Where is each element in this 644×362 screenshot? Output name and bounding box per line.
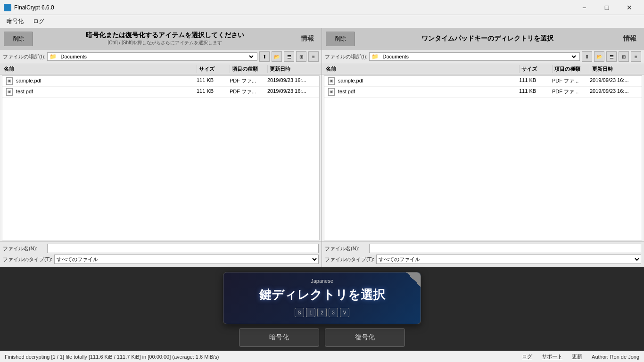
left-file-name-1: ▣ test.pdf xyxy=(4,88,195,96)
right-nav-up-btn[interactable]: ⬆ xyxy=(582,51,592,62)
left-nav-up-btn[interactable]: ⬆ xyxy=(259,51,270,62)
encrypt-button[interactable]: 暗号化 xyxy=(239,328,319,347)
left-toolbar-subtitle: [Ctrl] / [Shft]を押しながらさらにアイテムを選択します xyxy=(37,40,293,46)
table-row[interactable]: ▣ test.pdf 111 KB PDF ファ... 2019/09/23 1… xyxy=(2,87,319,98)
step-1: 1 xyxy=(306,308,315,317)
right-filename-input[interactable] xyxy=(369,244,641,253)
right-file-date-0: 2019/09/23 16:... xyxy=(588,77,640,85)
update-link[interactable]: 更新 xyxy=(572,353,582,360)
left-file-type-0: PDF ファ... xyxy=(228,77,265,85)
right-filetype-select[interactable]: すべてのファイル xyxy=(376,255,641,264)
right-nav-details-btn[interactable]: ≡ xyxy=(631,51,641,62)
left-col-date[interactable]: 更新日時 xyxy=(268,65,320,73)
title-bar: FinalCrypt 6.6.0 − □ ✕ xyxy=(0,0,644,15)
table-row[interactable]: ▣ sample.pdf 111 KB PDF ファ... 2019/09/23… xyxy=(324,76,642,87)
author-text: Author: Ron de Jong xyxy=(592,354,639,360)
right-location-bar: ファイルの場所(I): 📁 Documents ⬆ 📂 ☰ ⊞ ≡ xyxy=(322,49,644,64)
left-filename-label: ファイル名(N): xyxy=(3,245,45,252)
left-file-date-1: 2019/09/23 16:... xyxy=(265,88,317,96)
menu-bar: 暗号化 ログ xyxy=(0,15,644,28)
window-controls: − □ ✕ xyxy=(573,0,640,15)
left-toolbar-title: 暗号化または復号化するアイテムを選択してください xyxy=(37,31,293,40)
left-nav-icons-btn[interactable]: ⊞ xyxy=(296,51,306,62)
left-col-name[interactable]: 名前 xyxy=(2,65,197,73)
left-delete-button[interactable]: 削除 xyxy=(4,32,33,46)
left-nav-details-btn[interactable]: ≡ xyxy=(308,51,319,62)
left-file-size-1: 111 KB xyxy=(195,88,228,96)
right-nav-icons-btn[interactable]: ⊞ xyxy=(619,51,629,62)
right-toolbar-panel: 削除 ワンタイムパッドキーのディレクトリを選択 情報 xyxy=(322,28,644,49)
key-card-title: 鍵ディレクトリを選択 xyxy=(233,287,411,303)
action-buttons: 暗号化 復号化 xyxy=(239,328,405,347)
right-col-size[interactable]: サイズ xyxy=(520,65,553,73)
left-file-date-0: 2019/09/23 16:... xyxy=(265,77,317,85)
right-filetype-label: ファイルのタイプ(T): xyxy=(325,256,374,263)
left-location-combo[interactable]: 📁 Documents xyxy=(47,52,257,61)
table-row[interactable]: ▣ sample.pdf 111 KB PDF ファ... 2019/09/23… xyxy=(2,76,319,87)
right-col-date[interactable]: 更新日時 xyxy=(590,65,642,73)
corner-fold xyxy=(406,272,421,287)
file-icon-0: ▣ xyxy=(6,77,13,85)
step-3: 3 xyxy=(329,308,338,317)
right-file-panel: ファイルの場所(I): 📁 Documents ⬆ 📂 ☰ ⊞ ≡ 名前 サイズ… xyxy=(322,49,644,267)
minimize-button[interactable]: − xyxy=(573,0,595,15)
left-nav-new-btn[interactable]: 📂 xyxy=(272,51,282,62)
right-col-type[interactable]: 項目の種類 xyxy=(553,65,590,73)
right-location-label: ファイルの場所(I): xyxy=(325,53,367,60)
right-delete-button[interactable]: 削除 xyxy=(326,32,355,46)
status-bar: Finished decrypting [1 / 1] file totally… xyxy=(0,351,644,362)
title-text: FinalCrypt 6.6.0 xyxy=(14,4,573,11)
right-file-size-1: 111 KB xyxy=(517,88,550,96)
left-filetype-row: ファイルのタイプ(T): すべてのファイル xyxy=(3,255,319,264)
decrypt-button[interactable]: 復号化 xyxy=(325,328,405,347)
left-file-size-0: 111 KB xyxy=(195,77,228,85)
right-filename-row: ファイル名(N): xyxy=(325,244,641,253)
right-column-headers: 名前 サイズ 項目の種類 更新日時 xyxy=(322,64,644,74)
right-file-icon-0: ▣ xyxy=(328,77,335,85)
right-folder-icon: 📁 xyxy=(372,53,379,60)
right-nav-list-btn[interactable]: ☰ xyxy=(606,51,617,62)
key-card-language: Japanese xyxy=(233,278,411,284)
main-window: 削除 暗号化または復号化するアイテムを選択してください [Ctrl] / [Sh… xyxy=(0,28,644,362)
menu-encrypt[interactable]: 暗号化 xyxy=(2,16,28,27)
right-file-type-0: PDF ファ... xyxy=(550,77,588,85)
left-info-button[interactable]: 情報 xyxy=(297,33,318,45)
left-location-select[interactable]: Documents xyxy=(58,53,255,60)
file-area: ファイルの場所(I): 📁 Documents ⬆ 📂 ☰ ⊞ ≡ 名前 サイズ… xyxy=(0,49,644,267)
left-file-name-0: ▣ sample.pdf xyxy=(4,77,195,85)
right-location-combo[interactable]: 📁 Documents xyxy=(369,52,580,61)
right-file-date-1: 2019/09/23 16:... xyxy=(588,88,640,96)
right-file-name-0: ▣ sample.pdf xyxy=(326,77,517,85)
menu-log[interactable]: ログ xyxy=(28,16,49,27)
right-file-list[interactable]: ▣ sample.pdf 111 KB PDF ファ... 2019/09/23… xyxy=(324,75,642,240)
left-location-label: ファイルの場所(I): xyxy=(3,53,45,60)
left-filetype-select[interactable]: すべてのファイル xyxy=(54,255,319,264)
right-toolbar-center: ワンタイムパッドキーのディレクトリを選択 xyxy=(359,34,616,43)
close-button[interactable]: ✕ xyxy=(619,0,640,15)
left-file-list[interactable]: ▣ sample.pdf 111 KB PDF ファ... 2019/09/23… xyxy=(2,75,320,240)
right-nav-new-btn[interactable]: 📂 xyxy=(594,51,604,62)
right-file-name-1: ▣ test.pdf xyxy=(326,88,517,96)
step-2: 2 xyxy=(317,308,327,317)
table-row[interactable]: ▣ test.pdf 111 KB PDF ファ... 2019/09/23 1… xyxy=(324,87,642,98)
right-filename-label: ファイル名(N): xyxy=(325,245,367,252)
left-col-size[interactable]: サイズ xyxy=(197,65,230,73)
left-filename-input[interactable] xyxy=(47,244,319,253)
right-location-select[interactable]: Documents xyxy=(380,53,578,60)
left-nav-list-btn[interactable]: ☰ xyxy=(284,51,294,62)
right-info-button[interactable]: 情報 xyxy=(619,33,640,45)
left-col-type[interactable]: 項目の種類 xyxy=(230,65,268,73)
right-file-icon-1: ▣ xyxy=(328,88,335,96)
step-v: V xyxy=(340,308,349,317)
right-file-details: ファイル名(N): ファイルのタイプ(T): すべてのファイル xyxy=(322,241,644,267)
left-file-panel: ファイルの場所(I): 📁 Documents ⬆ 📂 ☰ ⊞ ≡ 名前 サイズ… xyxy=(0,49,322,267)
file-icon-1: ▣ xyxy=(6,88,13,96)
support-link[interactable]: サポート xyxy=(542,353,562,360)
maximize-button[interactable]: □ xyxy=(596,0,618,15)
right-col-name[interactable]: 名前 xyxy=(324,65,520,73)
right-toolbar-title: ワンタイムパッドキーのディレクトリを選択 xyxy=(359,34,616,43)
right-file-type-1: PDF ファ... xyxy=(550,88,588,96)
right-file-size-0: 111 KB xyxy=(517,77,550,85)
step-s: S xyxy=(295,308,304,317)
log-link[interactable]: ログ xyxy=(522,353,532,360)
